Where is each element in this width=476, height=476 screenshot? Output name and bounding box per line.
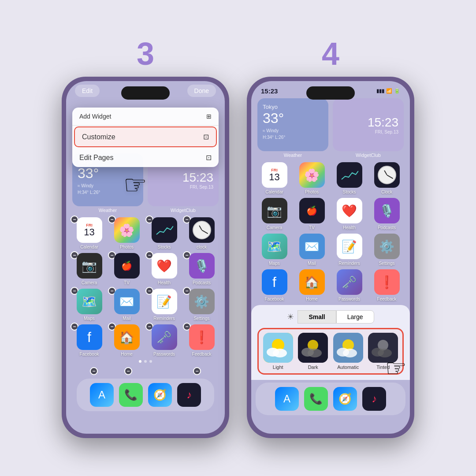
reminders-icon-4: 📝 — [337, 234, 362, 259]
podcasts-icon-4: 🎙️ — [374, 198, 400, 223]
app-camera-3[interactable]: − 📷 Camera — [72, 253, 106, 285]
step-3-container: 3 Edit Done Add Widget ⊞ Customize ⊡ — [62, 38, 229, 438]
feedback-label-4: Feedback — [377, 297, 397, 301]
passwords-label-3: Passwords — [153, 352, 175, 357]
customize-icon: ⊡ — [203, 133, 209, 141]
health-label-3: Health — [158, 280, 171, 285]
maps-icon-3: 🗺️ — [77, 289, 102, 314]
app-calendar-4[interactable]: FRI 13 Calendar — [257, 162, 291, 194]
tv-label-3: TV — [124, 280, 130, 285]
tv-icon-3: 🍎 — [114, 253, 140, 279]
safari-icon-3[interactable]: 🧭 — [148, 383, 172, 407]
done-button[interactable]: Done — [187, 85, 216, 97]
clock-time-3: 15:23 — [182, 171, 213, 185]
customize-menu-item[interactable]: Customize ⊡ — [74, 126, 217, 147]
home-label-3: Home — [121, 352, 133, 357]
app-feedback-3[interactable]: − ❗ Feedback — [185, 324, 219, 357]
clock-date-4: FRI, Sep.13 — [375, 130, 398, 134]
app-tv-4[interactable]: 🍎 TV — [295, 198, 329, 230]
edit-pages-icon: ⊡ — [206, 153, 212, 162]
appstore-icon-3[interactable]: A — [90, 383, 114, 407]
app-camera-4[interactable]: 📷 Camera — [257, 198, 291, 230]
app-facebook-3[interactable]: − f Facebook — [72, 324, 106, 357]
app-passwords-4[interactable]: 🗝️ Passwords — [332, 269, 366, 301]
app-mail-4[interactable]: ✉️ Mail — [295, 234, 329, 266]
edit-button[interactable]: Edit — [75, 85, 100, 97]
app-mail-3[interactable]: − ✉️ Mail — [110, 289, 144, 321]
app-grid-row4-3: − f Facebook − 🏠 Home − 🗝️ Passwords — [72, 324, 219, 357]
phone-icon-3[interactable]: 📞 — [119, 383, 143, 407]
status-time-4: 15:23 — [261, 87, 278, 95]
app-podcasts-4[interactable]: 🎙️ Podcasts — [370, 198, 404, 230]
widget-option-dark[interactable]: Dark — [298, 333, 329, 370]
app-stocks-4[interactable]: Stocks — [332, 162, 366, 194]
podcasts-icon-3: 🎙️ — [189, 253, 215, 279]
maps-label-4: Maps — [269, 261, 279, 266]
app-grid-row1-4: FRI 13 Calendar 🌸 Photos — [257, 162, 404, 194]
app-stocks-3[interactable]: − Stocks — [147, 217, 181, 249]
clock-label-4: Clock — [381, 190, 392, 194]
camera-icon-3: 📷 — [77, 253, 102, 279]
weather-label-4: Weather — [257, 152, 328, 158]
settings-label-4: Settings — [379, 261, 394, 266]
reminders-label-3: Reminders — [153, 316, 175, 321]
app-tv-3[interactable]: − 🍎 TV — [110, 253, 144, 285]
widgetclub-label-4: WidgetClub — [333, 152, 404, 158]
photos-icon-4: 🌸 — [299, 162, 325, 188]
app-clock-4[interactable]: Clock — [370, 162, 404, 194]
app-passwords-3[interactable]: − 🗝️ Passwords — [147, 324, 181, 357]
facebook-label-3: Facebook — [80, 352, 99, 357]
widget-option-light[interactable]: Light — [262, 333, 294, 370]
light-preview — [263, 333, 293, 363]
app-settings-3[interactable]: − ⚙️ Settings — [185, 289, 219, 321]
appstore-icon-4[interactable]: A — [275, 387, 299, 411]
minus-dock-2-3: − — [124, 367, 132, 375]
mail-label-4: Mail — [308, 261, 316, 266]
app-home-4[interactable]: 🏠 Home — [295, 269, 329, 301]
weather-temp-4: 33° — [263, 110, 323, 126]
dynamic-island-4 — [306, 86, 355, 100]
app-photos-4[interactable]: 🌸 Photos — [295, 162, 329, 194]
app-calendar-3[interactable]: − FRI 13 Calendar — [72, 217, 106, 249]
menu-header: Add Widget ⊞ — [72, 108, 219, 126]
light-label: Light — [273, 364, 283, 370]
edit-pages-label: Edit Pages — [79, 154, 113, 162]
stocks-label-3: Stocks — [157, 245, 171, 249]
app-health-3[interactable]: − ❤️ Health — [147, 253, 181, 285]
edit-pages-menu-item[interactable]: Edit Pages ⊡ — [72, 148, 219, 167]
widget-option-automatic[interactable]: Automatic — [332, 333, 364, 370]
app-home-3[interactable]: − 🏠 Home — [110, 324, 144, 357]
settings-icon-3: ⚙️ — [189, 289, 215, 314]
small-size-btn[interactable]: Small — [298, 310, 336, 324]
phone-icon-4[interactable]: 📞 — [304, 387, 328, 411]
app-maps-3[interactable]: − 🗺️ Maps — [72, 289, 106, 321]
stocks-icon-3 — [152, 217, 177, 243]
svg-point-11 — [343, 349, 357, 357]
reminders-icon-3: 📝 — [152, 289, 177, 314]
app-photos-3[interactable]: − 🌸 Photos — [110, 217, 144, 249]
app-reminders-3[interactable]: − 📝 Reminders — [147, 289, 181, 321]
weather-label-3: Weather — [72, 208, 143, 213]
weather-city-4: Tokyo — [263, 104, 323, 110]
hand-cursor-3: ☞ — [123, 169, 147, 200]
app-maps-4[interactable]: 🗺️ Maps — [257, 234, 291, 266]
page-dots-3 — [72, 360, 219, 363]
safari-icon-4[interactable]: 🧭 — [333, 387, 357, 411]
svg-point-3 — [273, 349, 287, 357]
app-settings-4[interactable]: ⚙️ Settings — [370, 234, 404, 266]
widgetclub-label-3: WidgetClub — [148, 208, 219, 213]
large-size-btn[interactable]: Large — [336, 310, 374, 324]
app-clock-3[interactable]: − clock — [185, 217, 219, 249]
app-health-4[interactable]: ❤️ Health — [332, 198, 366, 230]
health-icon-3: ❤️ — [152, 253, 177, 279]
music-icon-4[interactable]: ♪ — [362, 387, 386, 411]
app-reminders-4[interactable]: 📝 Reminders — [332, 234, 366, 266]
app-feedback-4[interactable]: ❗ Feedback — [370, 269, 404, 301]
app-podcasts-3[interactable]: − 🎙️ Podcasts — [185, 253, 219, 285]
camera-label-3: Camera — [82, 280, 97, 285]
feedback-icon-4: ❗ — [374, 269, 400, 295]
music-icon-3[interactable]: ♪ — [177, 383, 201, 407]
app-facebook-4[interactable]: f Facebook — [257, 269, 291, 301]
dark-preview — [298, 333, 328, 363]
app-grid-row3-3: − 🗺️ Maps − ✉️ Mail − 📝 Reminders — [72, 289, 219, 321]
